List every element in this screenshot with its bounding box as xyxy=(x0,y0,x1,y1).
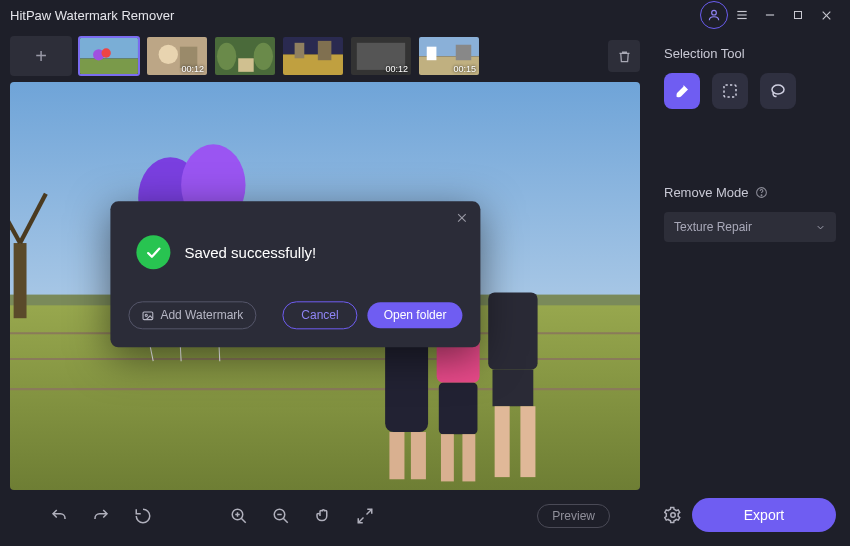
remove-mode-dropdown[interactable]: Texture Repair xyxy=(664,212,836,242)
zoom-out-icon[interactable] xyxy=(272,507,290,525)
help-icon[interactable] xyxy=(755,186,768,199)
preview-button[interactable]: Preview xyxy=(537,504,610,528)
svg-rect-66 xyxy=(724,85,736,97)
bottom-toolbar: Preview xyxy=(10,496,640,536)
svg-line-58 xyxy=(241,518,246,523)
selection-tool-label: Selection Tool xyxy=(664,46,836,61)
svg-rect-47 xyxy=(441,434,454,481)
close-icon[interactable] xyxy=(812,1,840,29)
svg-point-69 xyxy=(761,195,762,196)
profile-icon[interactable] xyxy=(700,1,728,29)
export-button[interactable]: Export xyxy=(692,498,836,532)
svg-rect-9 xyxy=(80,59,138,76)
add-media-button[interactable]: + xyxy=(10,36,72,76)
thumbnail[interactable]: 00:15 xyxy=(418,36,480,76)
main-panel: + 00:12 00:12 00: xyxy=(0,30,650,546)
svg-rect-43 xyxy=(389,432,404,479)
svg-rect-18 xyxy=(238,58,253,72)
svg-point-70 xyxy=(671,513,676,518)
right-panel: Selection Tool Remove Mode Texture Repai… xyxy=(650,30,850,546)
remove-mode-label: Remove Mode xyxy=(664,185,836,200)
open-folder-button[interactable]: Open folder xyxy=(368,302,463,328)
svg-rect-5 xyxy=(795,12,802,19)
zoom-in-icon[interactable] xyxy=(230,507,248,525)
svg-line-65 xyxy=(358,518,363,523)
svg-rect-46 xyxy=(439,383,478,435)
dropdown-value: Texture Repair xyxy=(674,220,752,234)
svg-rect-50 xyxy=(492,370,533,407)
reset-icon[interactable] xyxy=(134,507,152,525)
dialog-message: Saved successfully! xyxy=(184,244,316,261)
dialog-close-icon[interactable] xyxy=(455,211,468,227)
app-title: HitPaw Watermark Remover xyxy=(10,8,700,23)
menu-icon[interactable] xyxy=(728,1,756,29)
thumbnail[interactable] xyxy=(282,36,344,76)
svg-rect-22 xyxy=(318,41,332,60)
svg-point-17 xyxy=(254,43,273,70)
delete-button[interactable] xyxy=(608,40,640,72)
success-check-icon xyxy=(136,235,170,269)
cancel-button[interactable]: Cancel xyxy=(282,301,357,329)
save-dialog: Saved successfully! Add Watermark Cancel… xyxy=(110,201,480,347)
canvas[interactable]: Saved successfully! Add Watermark Cancel… xyxy=(10,82,640,490)
svg-point-13 xyxy=(159,45,178,64)
svg-rect-51 xyxy=(495,406,510,477)
chevron-down-icon xyxy=(815,222,826,233)
svg-line-62 xyxy=(283,518,288,523)
thumbnail[interactable]: 00:12 xyxy=(350,36,412,76)
settings-icon[interactable] xyxy=(664,506,682,524)
thumbnail-duration: 00:12 xyxy=(385,64,408,74)
minimize-icon[interactable] xyxy=(756,1,784,29)
svg-rect-28 xyxy=(456,45,471,60)
svg-rect-19 xyxy=(283,37,343,54)
svg-point-56 xyxy=(145,314,147,316)
marquee-tool-button[interactable] xyxy=(712,73,748,109)
svg-line-64 xyxy=(367,509,372,514)
redo-icon[interactable] xyxy=(92,507,110,525)
lasso-tool-button[interactable] xyxy=(760,73,796,109)
thumbnail[interactable] xyxy=(78,36,140,76)
svg-rect-27 xyxy=(427,47,437,61)
pan-icon[interactable] xyxy=(314,507,332,525)
thumbnail-duration: 00:12 xyxy=(181,64,204,74)
add-watermark-button[interactable]: Add Watermark xyxy=(128,301,256,329)
fit-screen-icon[interactable] xyxy=(356,507,374,525)
thumbnail[interactable] xyxy=(214,36,276,76)
svg-point-67 xyxy=(772,85,784,94)
svg-rect-35 xyxy=(14,243,27,318)
svg-point-16 xyxy=(217,43,236,70)
thumbnail[interactable]: 00:12 xyxy=(146,36,208,76)
svg-rect-48 xyxy=(462,434,475,481)
svg-point-11 xyxy=(102,48,111,57)
add-watermark-label: Add Watermark xyxy=(160,308,243,322)
svg-rect-49 xyxy=(488,292,537,369)
svg-rect-44 xyxy=(411,432,426,479)
thumbnail-row: + 00:12 00:12 00: xyxy=(10,36,640,76)
svg-rect-20 xyxy=(283,54,343,75)
svg-point-0 xyxy=(712,10,717,15)
brush-tool-button[interactable] xyxy=(664,73,700,109)
thumbnail-duration: 00:15 xyxy=(453,64,476,74)
svg-rect-52 xyxy=(520,406,535,477)
title-bar: HitPaw Watermark Remover xyxy=(0,0,850,30)
undo-icon[interactable] xyxy=(50,507,68,525)
maximize-icon[interactable] xyxy=(784,1,812,29)
svg-rect-21 xyxy=(295,43,305,58)
